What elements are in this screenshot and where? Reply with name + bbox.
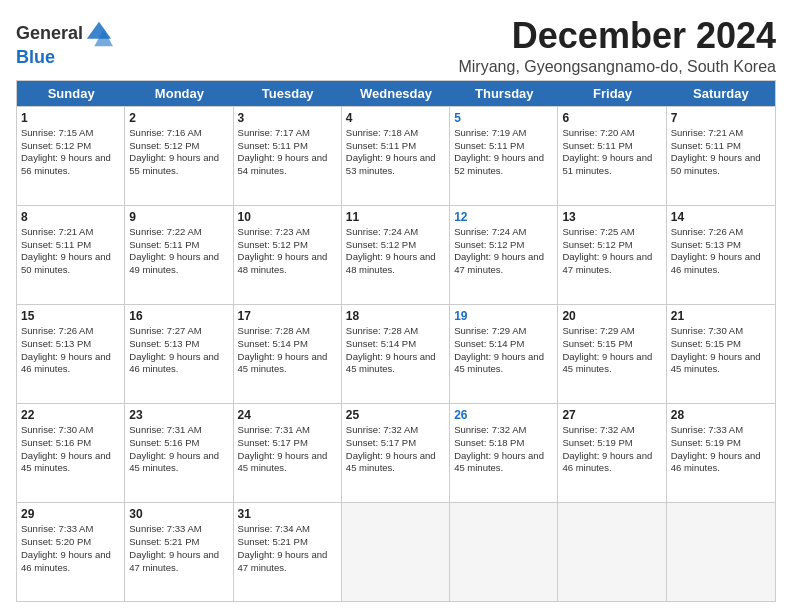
calendar-row-4: 22Sunrise: 7:30 AMSunset: 5:16 PMDayligh… — [17, 403, 775, 502]
day-info: Sunrise: 7:29 AMSunset: 5:14 PMDaylight:… — [454, 325, 544, 374]
cal-cell: 9Sunrise: 7:22 AMSunset: 5:11 PMDaylight… — [125, 206, 233, 304]
header-friday: Friday — [558, 81, 666, 106]
day-info: Sunrise: 7:15 AMSunset: 5:12 PMDaylight:… — [21, 127, 111, 176]
logo-general: General — [16, 24, 83, 44]
day-number: 4 — [346, 110, 445, 126]
day-info: Sunrise: 7:34 AMSunset: 5:21 PMDaylight:… — [238, 523, 328, 572]
day-number: 15 — [21, 308, 120, 324]
day-number: 31 — [238, 506, 337, 522]
day-number: 2 — [129, 110, 228, 126]
day-number: 25 — [346, 407, 445, 423]
cal-cell: 31Sunrise: 7:34 AMSunset: 5:21 PMDayligh… — [234, 503, 342, 601]
day-info: Sunrise: 7:17 AMSunset: 5:11 PMDaylight:… — [238, 127, 328, 176]
month-title: December 2024 — [458, 16, 776, 56]
cal-cell — [450, 503, 558, 601]
day-info: Sunrise: 7:26 AMSunset: 5:13 PMDaylight:… — [21, 325, 111, 374]
day-number: 10 — [238, 209, 337, 225]
logo-icon — [85, 20, 113, 48]
cal-cell: 10Sunrise: 7:23 AMSunset: 5:12 PMDayligh… — [234, 206, 342, 304]
day-info: Sunrise: 7:28 AMSunset: 5:14 PMDaylight:… — [346, 325, 436, 374]
day-info: Sunrise: 7:32 AMSunset: 5:19 PMDaylight:… — [562, 424, 652, 473]
day-number: 17 — [238, 308, 337, 324]
calendar: Sunday Monday Tuesday Wednesday Thursday… — [16, 80, 776, 602]
day-info: Sunrise: 7:18 AMSunset: 5:11 PMDaylight:… — [346, 127, 436, 176]
header-sunday: Sunday — [17, 81, 125, 106]
cal-cell: 7Sunrise: 7:21 AMSunset: 5:11 PMDaylight… — [667, 107, 775, 205]
day-info: Sunrise: 7:30 AMSunset: 5:16 PMDaylight:… — [21, 424, 111, 473]
day-info: Sunrise: 7:22 AMSunset: 5:11 PMDaylight:… — [129, 226, 219, 275]
cal-cell: 27Sunrise: 7:32 AMSunset: 5:19 PMDayligh… — [558, 404, 666, 502]
header-thursday: Thursday — [450, 81, 558, 106]
header-wednesday: Wednesday — [342, 81, 450, 106]
cal-cell: 6Sunrise: 7:20 AMSunset: 5:11 PMDaylight… — [558, 107, 666, 205]
day-info: Sunrise: 7:23 AMSunset: 5:12 PMDaylight:… — [238, 226, 328, 275]
cal-cell: 4Sunrise: 7:18 AMSunset: 5:11 PMDaylight… — [342, 107, 450, 205]
day-number: 11 — [346, 209, 445, 225]
cal-cell: 15Sunrise: 7:26 AMSunset: 5:13 PMDayligh… — [17, 305, 125, 403]
logo-blue: Blue — [16, 47, 55, 67]
day-number: 1 — [21, 110, 120, 126]
cal-cell: 21Sunrise: 7:30 AMSunset: 5:15 PMDayligh… — [667, 305, 775, 403]
cal-cell: 30Sunrise: 7:33 AMSunset: 5:21 PMDayligh… — [125, 503, 233, 601]
day-info: Sunrise: 7:33 AMSunset: 5:20 PMDaylight:… — [21, 523, 111, 572]
day-number: 23 — [129, 407, 228, 423]
cal-cell: 29Sunrise: 7:33 AMSunset: 5:20 PMDayligh… — [17, 503, 125, 601]
cal-cell: 28Sunrise: 7:33 AMSunset: 5:19 PMDayligh… — [667, 404, 775, 502]
cal-cell: 5Sunrise: 7:19 AMSunset: 5:11 PMDaylight… — [450, 107, 558, 205]
day-info: Sunrise: 7:21 AMSunset: 5:11 PMDaylight:… — [671, 127, 761, 176]
location-title: Miryang, Gyeongsangnamo-do, South Korea — [458, 58, 776, 76]
cal-cell — [558, 503, 666, 601]
day-number: 16 — [129, 308, 228, 324]
page-header: General Blue December 2024 Miryang, Gyeo… — [16, 16, 776, 76]
cal-cell: 23Sunrise: 7:31 AMSunset: 5:16 PMDayligh… — [125, 404, 233, 502]
day-number: 21 — [671, 308, 771, 324]
cal-cell: 14Sunrise: 7:26 AMSunset: 5:13 PMDayligh… — [667, 206, 775, 304]
day-info: Sunrise: 7:20 AMSunset: 5:11 PMDaylight:… — [562, 127, 652, 176]
cal-cell: 11Sunrise: 7:24 AMSunset: 5:12 PMDayligh… — [342, 206, 450, 304]
calendar-body: 1Sunrise: 7:15 AMSunset: 5:12 PMDaylight… — [17, 106, 775, 601]
calendar-page: General Blue December 2024 Miryang, Gyeo… — [0, 0, 792, 612]
cal-cell: 13Sunrise: 7:25 AMSunset: 5:12 PMDayligh… — [558, 206, 666, 304]
cal-cell — [667, 503, 775, 601]
cal-cell: 18Sunrise: 7:28 AMSunset: 5:14 PMDayligh… — [342, 305, 450, 403]
day-number: 14 — [671, 209, 771, 225]
day-info: Sunrise: 7:32 AMSunset: 5:17 PMDaylight:… — [346, 424, 436, 473]
day-info: Sunrise: 7:21 AMSunset: 5:11 PMDaylight:… — [21, 226, 111, 275]
title-block: December 2024 Miryang, Gyeongsangnamo-do… — [458, 16, 776, 76]
cal-cell: 26Sunrise: 7:32 AMSunset: 5:18 PMDayligh… — [450, 404, 558, 502]
day-number: 22 — [21, 407, 120, 423]
day-number: 26 — [454, 407, 553, 423]
cal-cell: 3Sunrise: 7:17 AMSunset: 5:11 PMDaylight… — [234, 107, 342, 205]
calendar-row-3: 15Sunrise: 7:26 AMSunset: 5:13 PMDayligh… — [17, 304, 775, 403]
day-info: Sunrise: 7:29 AMSunset: 5:15 PMDaylight:… — [562, 325, 652, 374]
header-monday: Monday — [125, 81, 233, 106]
day-info: Sunrise: 7:24 AMSunset: 5:12 PMDaylight:… — [454, 226, 544, 275]
day-info: Sunrise: 7:25 AMSunset: 5:12 PMDaylight:… — [562, 226, 652, 275]
calendar-row-1: 1Sunrise: 7:15 AMSunset: 5:12 PMDaylight… — [17, 106, 775, 205]
day-info: Sunrise: 7:31 AMSunset: 5:16 PMDaylight:… — [129, 424, 219, 473]
day-info: Sunrise: 7:19 AMSunset: 5:11 PMDaylight:… — [454, 127, 544, 176]
cal-cell: 22Sunrise: 7:30 AMSunset: 5:16 PMDayligh… — [17, 404, 125, 502]
day-number: 20 — [562, 308, 661, 324]
day-info: Sunrise: 7:27 AMSunset: 5:13 PMDaylight:… — [129, 325, 219, 374]
calendar-row-5: 29Sunrise: 7:33 AMSunset: 5:20 PMDayligh… — [17, 502, 775, 601]
cal-cell: 19Sunrise: 7:29 AMSunset: 5:14 PMDayligh… — [450, 305, 558, 403]
day-number: 24 — [238, 407, 337, 423]
day-number: 7 — [671, 110, 771, 126]
svg-marker-0 — [87, 22, 111, 39]
cal-cell: 25Sunrise: 7:32 AMSunset: 5:17 PMDayligh… — [342, 404, 450, 502]
logo: General Blue — [16, 20, 113, 68]
cal-cell: 1Sunrise: 7:15 AMSunset: 5:12 PMDaylight… — [17, 107, 125, 205]
day-number: 8 — [21, 209, 120, 225]
cal-cell — [342, 503, 450, 601]
calendar-header: Sunday Monday Tuesday Wednesday Thursday… — [17, 81, 775, 106]
day-number: 30 — [129, 506, 228, 522]
cal-cell: 12Sunrise: 7:24 AMSunset: 5:12 PMDayligh… — [450, 206, 558, 304]
day-info: Sunrise: 7:33 AMSunset: 5:21 PMDaylight:… — [129, 523, 219, 572]
day-info: Sunrise: 7:32 AMSunset: 5:18 PMDaylight:… — [454, 424, 544, 473]
day-number: 12 — [454, 209, 553, 225]
cal-cell: 24Sunrise: 7:31 AMSunset: 5:17 PMDayligh… — [234, 404, 342, 502]
day-info: Sunrise: 7:26 AMSunset: 5:13 PMDaylight:… — [671, 226, 761, 275]
calendar-row-2: 8Sunrise: 7:21 AMSunset: 5:11 PMDaylight… — [17, 205, 775, 304]
cal-cell: 20Sunrise: 7:29 AMSunset: 5:15 PMDayligh… — [558, 305, 666, 403]
